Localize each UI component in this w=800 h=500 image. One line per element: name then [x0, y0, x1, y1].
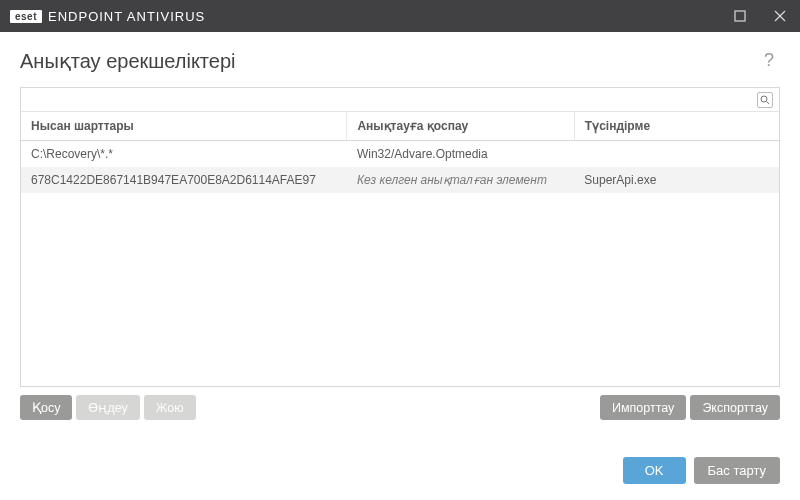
col-exclude[interactable]: Анықтауға қоспау — [347, 112, 574, 141]
cell-criteria: 678C1422DE867141B947EA700E8A2D6114AFAE97 — [21, 167, 347, 193]
search-icon — [760, 95, 770, 105]
search-button[interactable] — [757, 92, 773, 108]
page-title: Анықтау ерекшеліктері — [20, 49, 758, 73]
svg-line-4 — [767, 101, 770, 104]
add-button[interactable]: Қосу — [20, 395, 72, 420]
cell-criteria: C:\Recovery\*.* — [21, 141, 347, 168]
cell-comment: SuperApi.exe — [574, 167, 779, 193]
cell-comment — [574, 141, 779, 168]
minimize-button[interactable] — [720, 0, 760, 32]
table-toolbar — [21, 88, 779, 112]
exclusions-table-container: Нысан шарттары Анықтауға қоспау Түсіндір… — [20, 87, 780, 387]
svg-point-3 — [761, 96, 767, 102]
exclusions-table: Нысан шарттары Анықтауға қоспау Түсіндір… — [21, 112, 779, 193]
col-comment[interactable]: Түсіндірме — [574, 112, 779, 141]
cell-exclude: Win32/Advare.Optmedia — [347, 141, 574, 168]
footer: OK Бас тарту — [0, 443, 800, 500]
cancel-button[interactable]: Бас тарту — [694, 457, 780, 484]
titlebar: eset ENDPOINT ANTIVIRUS — [0, 0, 800, 32]
close-icon — [774, 10, 786, 22]
col-criteria[interactable]: Нысан шарттары — [21, 112, 347, 141]
help-button[interactable]: ? — [758, 46, 780, 75]
table-row[interactable]: 678C1422DE867141B947EA700E8A2D6114AFAE97… — [21, 167, 779, 193]
minimize-icon — [734, 10, 746, 22]
app-name: ENDPOINT ANTIVIRUS — [48, 9, 205, 24]
export-button[interactable]: Экспорттау — [690, 395, 780, 420]
action-row: Қосу Өңдеу Жою Импорттау Экспорттау — [20, 395, 780, 420]
close-button[interactable] — [760, 0, 800, 32]
brand-badge: eset — [10, 10, 42, 23]
table-row[interactable]: C:\Recovery\*.*Win32/Advare.Optmedia — [21, 141, 779, 168]
ok-button[interactable]: OK — [623, 457, 686, 484]
svg-rect-0 — [735, 11, 745, 21]
import-button[interactable]: Импорттау — [600, 395, 686, 420]
cell-exclude: Кез келген анықталған элемент — [347, 167, 574, 193]
edit-button[interactable]: Өңдеу — [76, 395, 139, 420]
header: Анықтау ерекшеліктері ? — [0, 32, 800, 87]
delete-button[interactable]: Жою — [144, 395, 196, 420]
